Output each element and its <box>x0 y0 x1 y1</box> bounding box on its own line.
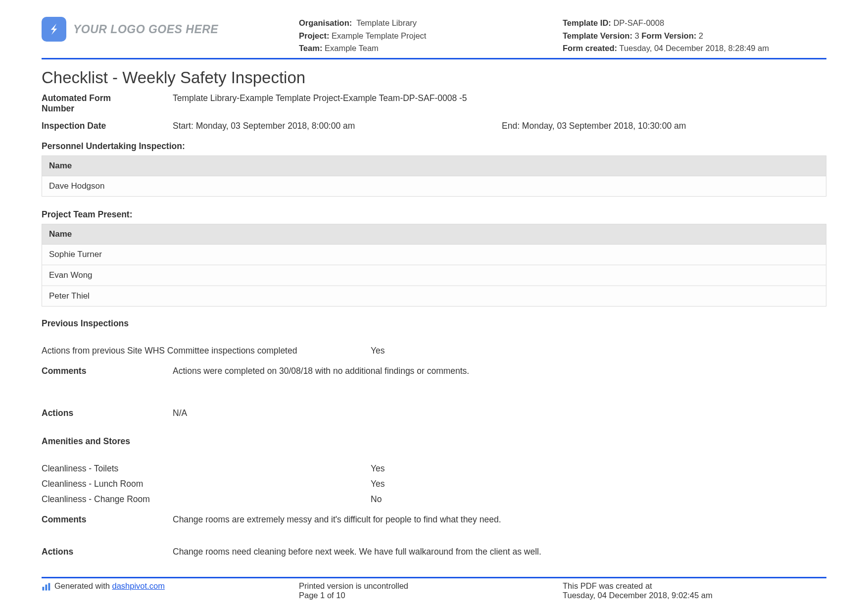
previous-inspections-label: Previous Inspections <box>42 318 826 329</box>
amen-actions-value: Change rooms need cleaning before next w… <box>173 547 826 557</box>
footer-link[interactable]: dashpivot.com <box>112 581 164 590</box>
table-header-name: Name <box>42 156 826 176</box>
project-label: Project: <box>299 31 329 40</box>
personnel-section-label: Personnel Undertaking Inspection: <box>42 141 826 152</box>
amen-comments-value: Change rooms are extremely messy and it'… <box>173 514 826 525</box>
org-value: Template Library <box>356 18 417 27</box>
svg-rect-0 <box>43 587 45 591</box>
project-value: Example Template Project <box>332 31 426 40</box>
page-title: Checklist - Weekly Safety Inspection <box>42 68 826 87</box>
actions-label: Actions <box>42 547 173 557</box>
checklist-row: Cleanliness - Lunch RoomYes <box>42 479 826 489</box>
team-table: Name Sophie TurnerEvan WongPeter Thiel <box>42 224 826 307</box>
checklist-question: Cleanliness - Change Room <box>42 494 371 505</box>
template-version-value: 3 <box>635 31 639 40</box>
inspection-end: End: Monday, 03 September 2018, 10:30:00… <box>502 121 826 131</box>
team-section-label: Project Team Present: <box>42 209 826 220</box>
prev-question: Actions from previous Site WHS Committee… <box>42 346 371 356</box>
inspection-date-label: Inspection Date <box>42 121 173 131</box>
footer-page: Page 1 of 10 <box>299 591 563 600</box>
header-meta-right: Template ID: DP-SAF-0008 Template Versio… <box>563 17 826 55</box>
document-header: YOUR LOGO GOES HERE Organisation: Templa… <box>42 17 826 59</box>
prev-answer: Yes <box>371 346 826 356</box>
personnel-table: Name Dave Hodgson <box>42 155 826 197</box>
footer-gen-prefix: Generated with <box>54 581 112 590</box>
checklist-question: Cleanliness - Toilets <box>42 463 371 474</box>
form-version-label: Form Version: <box>641 31 696 40</box>
comments-label: Comments <box>42 366 173 376</box>
checklist-answer: Yes <box>371 463 826 474</box>
footer-printed: Printed version is uncontrolled <box>299 581 563 591</box>
checklist-row: Cleanliness - ToiletsYes <box>42 463 826 474</box>
table-row: Dave Hodgson <box>42 176 826 196</box>
logo-text: YOUR LOGO GOES HERE <box>73 23 218 36</box>
header-meta-left: Organisation: Template Library Project: … <box>299 17 563 55</box>
afn-value: Template Library-Example Template Projec… <box>131 93 826 114</box>
form-created-label: Form created: <box>563 44 617 52</box>
org-label: Organisation: <box>299 18 352 27</box>
footer-created-label: This PDF was created at <box>563 581 826 591</box>
table-row: Evan Wong <box>42 264 826 285</box>
team-value: Example Team <box>325 44 379 52</box>
checklist-row: Cleanliness - Change RoomNo <box>42 494 826 505</box>
table-header-name: Name <box>42 224 826 245</box>
document-footer: Generated with dashpivot.com Printed ver… <box>42 577 826 600</box>
dashpivot-icon <box>42 582 50 591</box>
logo-icon <box>42 17 66 42</box>
afn-label: Automated Form Number <box>42 93 131 114</box>
template-id-label: Template ID: <box>563 18 611 27</box>
table-row: Peter Thiel <box>42 285 826 306</box>
checklist-question: Cleanliness - Lunch Room <box>42 479 371 489</box>
form-version-value: 2 <box>699 31 703 40</box>
checklist-answer: No <box>371 494 826 505</box>
checklist-answer: Yes <box>371 479 826 489</box>
prev-comments-value: Actions were completed on 30/08/18 with … <box>173 366 826 376</box>
actions-label: Actions <box>42 408 173 418</box>
prev-actions-value: N/A <box>173 408 826 418</box>
footer-created-value: Tuesday, 04 December 2018, 9:02:45 am <box>563 591 826 600</box>
form-created-value: Tuesday, 04 December 2018, 8:28:49 am <box>619 44 769 52</box>
table-row: Sophie Turner <box>42 245 826 264</box>
template-version-label: Template Version: <box>563 31 632 40</box>
team-label: Team: <box>299 44 322 52</box>
comments-label: Comments <box>42 514 173 525</box>
inspection-start: Start: Monday, 03 September 2018, 8:00:0… <box>173 121 502 131</box>
svg-rect-1 <box>46 585 48 591</box>
template-id-value: DP-SAF-0008 <box>613 18 664 27</box>
amenities-section-label: Amenities and Stores <box>42 436 826 447</box>
svg-rect-2 <box>48 583 50 591</box>
